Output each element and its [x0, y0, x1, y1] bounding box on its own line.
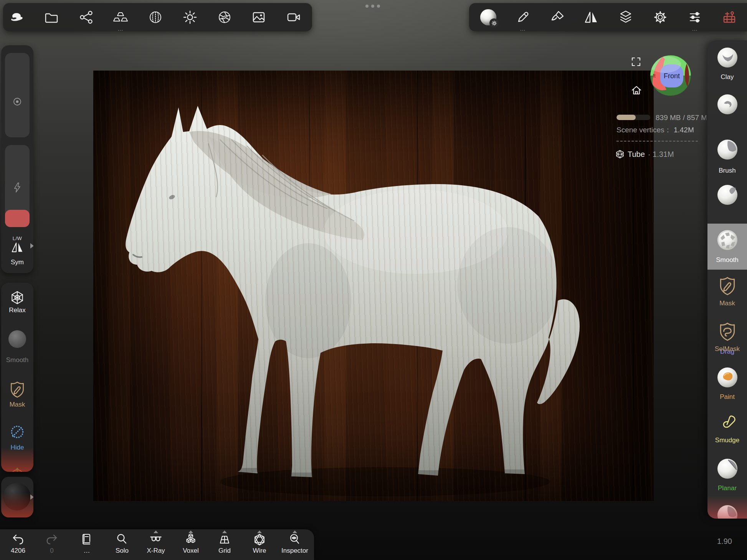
left-slider-panel: L/W Sym: [1, 45, 33, 273]
matcap-sphere-icon[interactable]: [476, 3, 501, 31]
voxel-caret: [188, 530, 193, 533]
nomad-logo-icon[interactable]: [4, 3, 29, 31]
viewport-3d[interactable]: [93, 71, 654, 501]
pencil-icon[interactable]: …: [511, 3, 535, 31]
undo-count: 4206: [11, 547, 25, 555]
wire-caret: [257, 530, 262, 533]
material-preview-ball[interactable]: [3, 483, 31, 511]
gizmo-left-label: ft: [653, 73, 656, 79]
memory-usage-text: 839 MB / 857 M: [656, 114, 706, 122]
tool-next-partial[interactable]: [707, 505, 747, 519]
paintbrush-icon[interactable]: [545, 3, 570, 31]
toolbox-icon[interactable]: [717, 3, 742, 31]
symmetry-icon[interactable]: [579, 3, 603, 31]
toggle-grid[interactable]: Grid: [208, 529, 241, 560]
pencil-more-dots: …: [511, 26, 535, 31]
object-stats-row[interactable]: Tube · 1.31M: [615, 150, 674, 159]
gizmo-front-label: Front: [664, 72, 680, 80]
memory-usage-bar: [616, 115, 650, 120]
tool-move[interactable]: Move: [707, 140, 747, 160]
light-icon[interactable]: [178, 3, 202, 31]
folder-icon[interactable]: [39, 3, 64, 31]
tool-smudge[interactable]: Smudge: [707, 413, 747, 432]
intensity-slider-handle[interactable]: [5, 210, 30, 227]
toggle-inspector[interactable]: Inspector: [276, 529, 313, 560]
left-material-panel[interactable]: [1, 477, 33, 517]
sliders-icon[interactable]: …: [683, 3, 707, 31]
object-count: · 1.31M: [648, 150, 674, 159]
radius-slider[interactable]: [5, 53, 30, 137]
toolbar-top-left: …: [3, 3, 312, 31]
redo-count: 0: [50, 547, 53, 555]
primitives-more-dots: …: [108, 26, 133, 31]
sym-label: Sym: [1, 259, 33, 266]
toggle-solo[interactable]: Solo: [106, 529, 139, 560]
render-aperture-icon[interactable]: [212, 3, 237, 31]
stats-separator: [616, 141, 698, 142]
zoom-level: 1.90: [717, 537, 732, 546]
orientation-gizmo[interactable]: Front ft: [649, 54, 692, 97]
layers-icon[interactable]: [613, 3, 638, 31]
image-icon[interactable]: [246, 3, 271, 31]
tool-planar[interactable]: Planar: [707, 459, 747, 479]
tool-drag[interactable]: Drag: [707, 185, 747, 205]
memory-usage-fill: [616, 115, 636, 120]
left-tools-panel: Relax Smooth Mask Hide: [1, 283, 33, 472]
mesh-icon: [615, 150, 625, 159]
node-graph-icon[interactable]: [74, 3, 99, 31]
history-button[interactable]: …: [70, 529, 103, 560]
tool-selmask[interactable]: SelMask: [707, 321, 747, 341]
smooth-icon: [717, 230, 737, 250]
toggle-xray[interactable]: X-Ray: [139, 529, 172, 560]
fullscreen-icon[interactable]: [630, 56, 642, 68]
sliders-more-dots: …: [683, 26, 707, 31]
bottom-toolbar: 4206 0 … Solo X-Ray Voxel: [0, 529, 314, 560]
tool-clay[interactable]: Clay: [707, 48, 747, 68]
primitives-icon[interactable]: …: [108, 3, 133, 31]
scene-vertices-value: 1.42M: [674, 126, 694, 134]
partial-sphere-icon: [717, 505, 737, 519]
home-view-icon[interactable]: [631, 85, 642, 96]
material-sphere-icon[interactable]: [143, 3, 168, 31]
matcap-gear-badge: [489, 18, 499, 28]
history-more-dots: …: [84, 547, 90, 555]
material-expand-caret[interactable]: [30, 494, 33, 500]
scene-vertices-label: Scene vertices：: [616, 126, 672, 134]
video-icon[interactable]: [281, 3, 306, 31]
tool-sidebar: Clay Brush Move Drag: [707, 40, 747, 519]
wood-grain-texture: [93, 71, 654, 501]
system-drag-handle[interactable]: [365, 5, 383, 8]
settings-gear-icon[interactable]: [648, 3, 673, 31]
smudge-icon: [718, 413, 737, 432]
xray-caret: [154, 530, 158, 533]
toggle-voxel[interactable]: Voxel: [174, 529, 207, 560]
mask-icon: [717, 276, 737, 296]
object-name: Tube: [628, 150, 645, 159]
planar-icon: [717, 459, 737, 479]
brush-icon: [717, 94, 737, 114]
tool-paint[interactable]: Paint: [707, 367, 747, 387]
scene-vertices-text: Scene vertices： 1.42M: [616, 125, 694, 135]
toggle-wire[interactable]: Wire: [243, 529, 276, 560]
nomad-sculpt-app: Front ft 839 MB / 857 M Scene vertices： …: [0, 0, 747, 560]
toolbar-top-right: … …: [469, 3, 747, 31]
tool-smooth-selected[interactable]: Smooth: [707, 224, 747, 270]
tool-brush[interactable]: Brush: [707, 94, 747, 114]
inspector-caret: [293, 530, 297, 533]
redo-button[interactable]: 0: [35, 529, 68, 560]
selmask-icon: [717, 321, 737, 341]
clay-icon: [717, 48, 737, 68]
sym-expand-caret[interactable]: [30, 243, 33, 249]
drag-icon: [717, 185, 737, 205]
symmetry-toggle-icon[interactable]: [1, 240, 33, 255]
move-icon: [717, 140, 737, 160]
gizmo-tool-partial-icon[interactable]: [1, 466, 33, 472]
paint-icon: [717, 367, 737, 387]
undo-button[interactable]: 4206: [2, 529, 35, 560]
tool-mask[interactable]: Mask: [707, 276, 747, 296]
grid-caret: [222, 530, 227, 533]
